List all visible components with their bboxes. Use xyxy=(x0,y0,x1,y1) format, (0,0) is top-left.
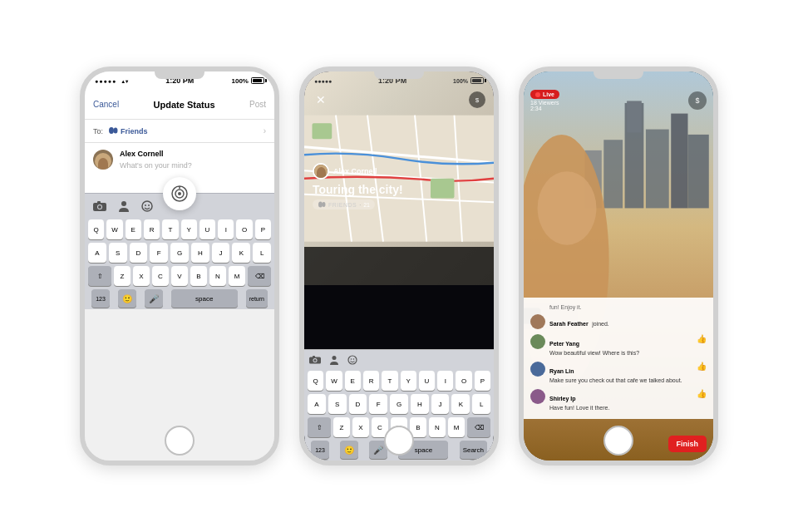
search-button[interactable]: Search xyxy=(460,441,487,459)
post-button[interactable]: Post xyxy=(249,100,266,109)
key-space[interactable]: space xyxy=(171,289,238,308)
key-w[interactable]: W xyxy=(106,219,122,239)
home-button-3[interactable] xyxy=(603,426,633,456)
like-button-peter[interactable]: 👍 xyxy=(697,334,707,343)
key-d[interactable]: D xyxy=(130,243,148,263)
key2-backspace[interactable]: ⌫ xyxy=(467,417,490,437)
comments-overlay: fun! Enjoy it. Sarah Feather joined. Pet… xyxy=(524,298,713,419)
key-j[interactable]: J xyxy=(212,243,230,263)
finish-button[interactable]: Finish xyxy=(668,436,707,452)
key2-n[interactable]: N xyxy=(429,417,446,437)
key-x[interactable]: X xyxy=(133,266,150,286)
key-b[interactable]: B xyxy=(190,266,207,286)
to-bar[interactable]: To: Friends › xyxy=(85,120,274,143)
key-backspace[interactable]: ⌫ xyxy=(248,266,271,286)
key2-x[interactable]: X xyxy=(352,417,369,437)
key2-q[interactable]: Q xyxy=(308,371,323,391)
key2-z[interactable]: Z xyxy=(333,417,350,437)
key-q[interactable]: Q xyxy=(88,219,104,239)
key2-123[interactable]: 123 xyxy=(311,441,329,459)
key-t[interactable]: T xyxy=(162,219,178,239)
key2-l[interactable]: L xyxy=(472,394,490,414)
compose-placeholder[interactable]: What's on your mind? xyxy=(120,161,266,170)
key2-r[interactable]: R xyxy=(363,371,379,391)
key2-h[interactable]: H xyxy=(411,394,429,414)
key-g[interactable]: G xyxy=(170,243,189,263)
key-v[interactable]: V xyxy=(171,266,188,286)
key2-w[interactable]: W xyxy=(326,371,342,391)
key2-e[interactable]: E xyxy=(345,371,361,391)
key2-m[interactable]: M xyxy=(448,417,465,437)
emoji-icon[interactable] xyxy=(141,200,153,212)
key2-p[interactable]: P xyxy=(475,371,490,391)
live-info: Alex Cornell Touring the city! FRIENDS ·… xyxy=(313,163,403,209)
key-mic[interactable]: 🎤 xyxy=(145,289,163,308)
key2-a[interactable]: A xyxy=(308,394,326,414)
keyboard: Q W E R T Y U I O P A S D F G H xyxy=(85,218,274,309)
key-o[interactable]: O xyxy=(236,219,252,239)
key2-o[interactable]: O xyxy=(456,371,471,391)
status-right-2: 100% xyxy=(453,77,484,84)
key-123[interactable]: 123 xyxy=(91,289,110,308)
key-i[interactable]: I xyxy=(218,219,234,239)
key2-t[interactable]: T xyxy=(382,371,397,391)
keyboard-toolbar-2 xyxy=(304,349,494,369)
close-button[interactable]: ✕ xyxy=(313,91,329,108)
friends-icon xyxy=(108,127,118,135)
comment-body-shirley: Shirley Ip Have fun! Love it there. xyxy=(549,389,692,411)
key2-emoji[interactable]: 🙂 xyxy=(340,441,358,459)
settings-button-2[interactable]: $ xyxy=(469,91,485,108)
battery-icon xyxy=(251,77,264,84)
key2-i[interactable]: I xyxy=(437,371,453,391)
key-emoji[interactable]: 🙂 xyxy=(118,289,136,308)
key-shift[interactable]: ⇧ xyxy=(88,266,111,286)
key-a[interactable]: A xyxy=(88,243,106,263)
key2-u[interactable]: U xyxy=(419,371,435,391)
settings-button-3[interactable]: $ xyxy=(688,91,707,110)
key2-shift[interactable]: ⇧ xyxy=(308,417,331,437)
key-e[interactable]: E xyxy=(126,219,141,239)
camera-icon-2[interactable] xyxy=(309,356,321,364)
home-button-1[interactable] xyxy=(165,426,195,456)
key2-g[interactable]: G xyxy=(390,394,408,414)
key-c[interactable]: C xyxy=(152,266,169,286)
comment-ryan: Ryan Lin Make sure you check out that ca… xyxy=(524,359,713,387)
live-broadcast-button[interactable] xyxy=(163,177,196,210)
key-z[interactable]: Z xyxy=(114,266,131,286)
key-r[interactable]: R xyxy=(144,219,160,239)
key2-k[interactable]: K xyxy=(451,394,470,414)
key-h[interactable]: H xyxy=(191,243,209,263)
key2-j[interactable]: J xyxy=(431,394,450,414)
comment-avatar-sarah xyxy=(530,314,545,329)
key-p[interactable]: P xyxy=(255,219,271,239)
key2-d[interactable]: D xyxy=(349,394,367,414)
status-right-1: 100% xyxy=(232,77,264,85)
nav-title: Update Status xyxy=(154,100,215,110)
key-s[interactable]: S xyxy=(109,243,127,263)
home-button-2[interactable] xyxy=(384,426,414,456)
person-icon[interactable] xyxy=(118,200,130,212)
key2-f[interactable]: F xyxy=(369,394,387,414)
status-time-2: 1:20 PM xyxy=(378,76,406,85)
key-l[interactable]: L xyxy=(253,243,271,263)
live-dot xyxy=(535,92,540,97)
key-m[interactable]: M xyxy=(229,266,245,286)
camera-icon[interactable] xyxy=(93,201,106,211)
key2-s[interactable]: S xyxy=(328,394,347,414)
emoji-icon-2[interactable] xyxy=(347,355,357,365)
key-y[interactable]: Y xyxy=(181,219,197,239)
like-button-shirley[interactable]: 👍 xyxy=(697,389,707,398)
like-button-ryan[interactable]: 👍 xyxy=(697,362,707,371)
key2-y[interactable]: Y xyxy=(401,371,416,391)
key-n[interactable]: N xyxy=(209,266,226,286)
key-k[interactable]: K xyxy=(232,243,250,263)
key-f[interactable]: F xyxy=(150,243,168,263)
viewer-count: 18 Viewers xyxy=(530,100,559,106)
cancel-button[interactable]: Cancel xyxy=(93,100,119,109)
person-icon-2[interactable] xyxy=(329,355,339,365)
key-u[interactable]: U xyxy=(200,219,215,239)
audience-selector[interactable]: Friends xyxy=(108,127,148,135)
svg-point-28 xyxy=(314,359,317,362)
key-return[interactable]: return xyxy=(246,289,268,308)
svg-point-8 xyxy=(145,204,146,206)
